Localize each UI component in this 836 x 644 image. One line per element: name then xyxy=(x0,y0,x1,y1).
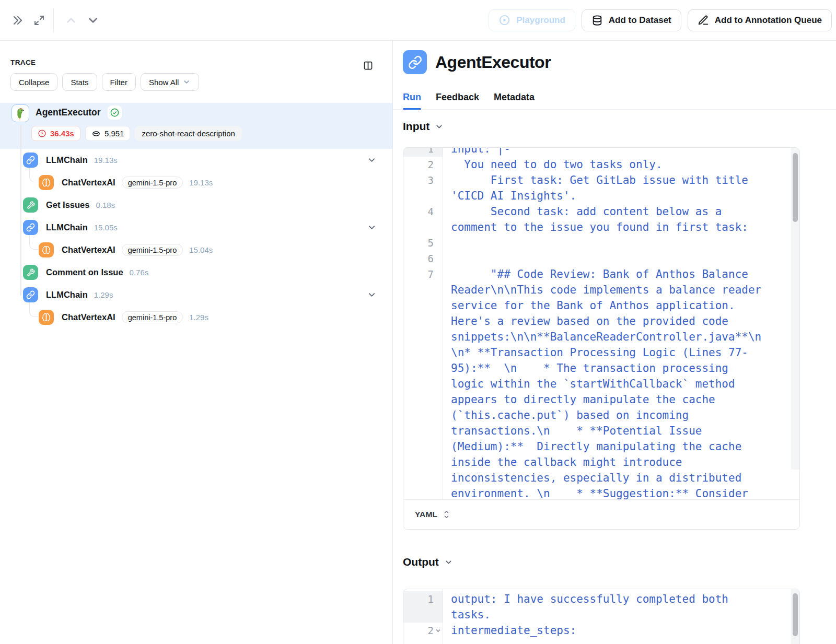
chevron-down-icon xyxy=(182,78,191,86)
brain-icon xyxy=(39,310,54,325)
code-line: 1 output: I have successfully completed … xyxy=(403,591,791,623)
next-run-chevron-down-icon[interactable] xyxy=(82,9,104,31)
input-code-area[interactable]: 1 input: |- 2 You need to do two tasks o… xyxy=(403,148,799,499)
code-text xyxy=(443,235,791,251)
agent-type-tag: zero-shot-react-description xyxy=(135,126,241,141)
chevron-down-icon[interactable] xyxy=(367,155,377,165)
code-text xyxy=(443,251,791,266)
line-number: 1 xyxy=(403,591,443,623)
run-name: LLMChain xyxy=(46,290,88,300)
run-duration: 19.13s xyxy=(94,156,118,165)
duration-badge: 36.43s xyxy=(31,126,80,141)
trace-row-comment-on-issue[interactable]: Comment on Issue 0.76s xyxy=(0,261,392,284)
tab-run[interactable]: Run xyxy=(403,86,421,109)
expand-fullscreen-icon[interactable] xyxy=(28,9,50,31)
wrench-icon xyxy=(23,197,38,213)
trace-panel-title: TRACE xyxy=(10,58,36,66)
code-text: Second task: add content below as a comm… xyxy=(443,204,791,235)
chevron-down-icon xyxy=(444,558,453,567)
trace-row-chatvertexai-2[interactable]: ChatVertexAI gemini-1.5-pro 15.04s xyxy=(0,239,392,261)
chain-link-icon xyxy=(23,220,38,235)
run-duration: 15.05s xyxy=(94,223,118,232)
play-icon xyxy=(498,14,510,26)
output-code-content: 1 output: I have successfully completed … xyxy=(403,591,791,638)
toolbar-divider xyxy=(53,8,54,32)
chain-link-icon xyxy=(403,50,427,74)
line-number: 2 xyxy=(403,157,443,172)
collapse-button[interactable]: Collapse xyxy=(10,73,57,91)
code-text: You need to do two tasks only. xyxy=(443,157,791,172)
duration-value: 36.43s xyxy=(50,129,74,138)
filter-button[interactable]: Filter xyxy=(102,73,136,91)
chevron-down-icon[interactable] xyxy=(367,223,377,232)
show-all-label: Show All xyxy=(149,78,179,87)
add-to-annotation-queue-label: Add to Annotation Queue xyxy=(715,15,822,26)
run-duration: 15.04s xyxy=(189,245,213,254)
split-panel-icon[interactable] xyxy=(357,54,379,76)
show-all-dropdown[interactable]: Show All xyxy=(141,73,200,91)
tab-metadata[interactable]: Metadata xyxy=(494,86,535,109)
code-line: 1 input: |- xyxy=(403,148,791,157)
run-tabs: Run Feedback Metadata xyxy=(393,86,836,110)
scrollbar-thumb[interactable] xyxy=(793,593,798,636)
scrollbar-track[interactable] xyxy=(791,148,799,470)
format-selector-value[interactable]: YAML xyxy=(415,510,437,519)
root-run-badges: 36.43s 5,951 zero-shot-react-description xyxy=(31,126,242,141)
run-detail-panel: AgentExecutor Run Feedback Metadata Inpu… xyxy=(393,41,836,644)
top-toolbar: Playground Add to Dataset Add to Annotat… xyxy=(0,0,836,41)
toolbar-right-group: Playground Add to Dataset Add to Annotat… xyxy=(489,9,832,31)
code-text: First task: Get GitLab issue with title … xyxy=(443,172,791,204)
trace-rows: LLMChain 19.13s ChatVertexAI gemini-1.5-… xyxy=(0,149,392,329)
output-code-area[interactable]: 1 output: I have successfully completed … xyxy=(403,589,799,644)
run-name: Comment on Issue xyxy=(46,267,123,277)
token-icon xyxy=(91,129,101,138)
trace-row-llmchain-1[interactable]: LLMChain 19.13s xyxy=(0,149,392,171)
add-to-annotation-queue-button[interactable]: Add to Annotation Queue xyxy=(688,9,832,31)
output-section-header[interactable]: Output xyxy=(403,556,453,568)
brain-icon xyxy=(39,242,54,257)
line-number-value: 2 xyxy=(428,625,434,636)
trace-row-chatvertexai-1[interactable]: ChatVertexAI gemini-1.5-pro 19.13s xyxy=(0,171,392,194)
code-line: 2 intermediate_steps: xyxy=(403,623,791,638)
fold-chevron-icon[interactable] xyxy=(435,627,442,634)
code-line: 5 xyxy=(403,235,791,251)
line-number: 6 xyxy=(403,251,443,266)
format-selector-footer: YAML xyxy=(403,499,799,529)
model-pill: gemini-1.5-pro xyxy=(122,311,183,323)
chevron-down-icon[interactable] xyxy=(367,290,377,300)
trace-row-chatvertexai-3[interactable]: ChatVertexAI gemini-1.5-pro 1.29s xyxy=(0,306,392,329)
parrot-icon xyxy=(11,104,29,122)
stats-button[interactable]: Stats xyxy=(62,73,97,91)
model-pill: gemini-1.5-pro xyxy=(122,244,183,256)
brain-icon xyxy=(39,175,54,190)
run-duration: 0.76s xyxy=(130,268,149,277)
trace-row-get-issues[interactable]: Get Issues 0.18s xyxy=(0,194,392,216)
success-check-icon xyxy=(108,106,122,120)
input-code-viewer: 1 input: |- 2 You need to do two tasks o… xyxy=(403,147,800,530)
output-code-viewer: 1 output: I have successfully completed … xyxy=(403,589,800,644)
token-count-badge: 5,951 xyxy=(85,126,131,141)
toolbar-left-group xyxy=(6,8,104,32)
scrollbar-thumb[interactable] xyxy=(793,153,798,222)
trace-row-llmchain-3[interactable]: LLMChain 1.29s xyxy=(0,284,392,306)
collapse-sidebar-icon[interactable] xyxy=(6,9,28,31)
code-line: 6 xyxy=(403,251,791,266)
scrollbar-track[interactable] xyxy=(791,589,799,644)
previous-run-chevron-up-icon[interactable] xyxy=(60,9,82,31)
playground-button[interactable]: Playground xyxy=(489,9,575,31)
code-line: 2 You need to do two tasks only. xyxy=(403,157,791,172)
tab-feedback[interactable]: Feedback xyxy=(436,86,479,109)
add-to-dataset-button[interactable]: Add to Dataset xyxy=(582,9,681,31)
chain-link-icon xyxy=(23,287,38,302)
trace-row-agentexecutor[interactable]: AgentExecutor 36.43s xyxy=(0,103,392,149)
root-run-name: AgentExecutor xyxy=(36,107,100,118)
trace-row-llmchain-2[interactable]: LLMChain 15.05s xyxy=(0,216,392,239)
input-section-header[interactable]: Input xyxy=(403,120,444,133)
run-duration: 1.29s xyxy=(94,290,113,299)
run-duration: 1.29s xyxy=(189,313,208,322)
input-code-content: 1 input: |- 2 You need to do two tasks o… xyxy=(403,148,791,499)
chevron-up-down-icon[interactable] xyxy=(443,510,450,519)
clock-icon xyxy=(38,129,47,138)
code-line: 4 Second task: add content below as a co… xyxy=(403,204,791,235)
line-number: 2 xyxy=(403,623,443,638)
